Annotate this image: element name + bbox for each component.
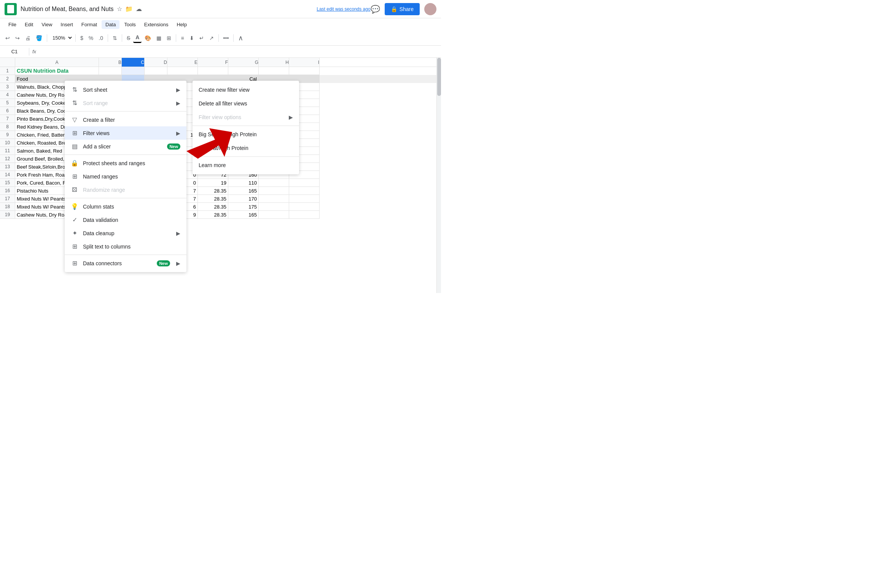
scrollbar-thumb[interactable] [437,58,441,96]
row-num-2[interactable]: 2 [0,75,15,83]
row-num-5[interactable]: 5 [0,99,15,107]
learn-more-option[interactable]: Learn more [193,158,299,172]
col-header-b[interactable]: B [99,58,122,67]
col-header-h[interactable]: H [259,58,289,67]
row-num-19[interactable]: 19 [0,211,15,219]
col-header-g[interactable]: G [228,58,259,67]
redo-button[interactable]: ↪ [13,33,22,43]
data-connectors-option[interactable]: ⊞ Data connectors New ▶ [65,257,186,270]
col-header-f[interactable]: F [198,58,228,67]
menu-format[interactable]: Format [78,20,101,29]
row-num-12[interactable]: 12 [0,155,15,163]
collapse-button[interactable]: ∧ [236,32,245,44]
avatar[interactable] [424,3,436,15]
cell-b1[interactable] [99,67,122,75]
fill-color-button[interactable]: 🎨 [142,33,153,43]
sort-button[interactable]: ⇅ [110,33,119,43]
add-slicer-option[interactable]: ▤ Add a slicer New [65,140,186,153]
cell-h15[interactable] [259,179,289,187]
row-num-6[interactable]: 6 [0,107,15,115]
cell-f1[interactable] [198,67,228,75]
cell-g15[interactable]: 110 [228,179,259,187]
row-num-8[interactable]: 8 [0,123,15,131]
filter-views-option[interactable]: ⊞ Filter views ▶ [65,126,186,140]
menu-extensions[interactable]: Extensions [140,20,172,29]
row-num-9[interactable]: 9 [0,131,15,139]
big-serving-filter[interactable]: Big Serving/High Protein [193,127,299,141]
row-num-10[interactable]: 10 [0,139,15,147]
low-fat-filter[interactable]: Low Fat/High Protein [193,141,299,155]
star-icon[interactable]: ☆ [117,5,122,13]
named-ranges-option[interactable]: ⊞ Named ranges [65,170,186,183]
cell-h18[interactable] [259,203,289,211]
cell-h16[interactable] [259,187,289,195]
cell-g17[interactable]: 170 [228,195,259,203]
cell-g19[interactable]: 165 [228,211,259,219]
zoom-select[interactable]: 150% 100% 75% [49,34,73,42]
paint-format-button[interactable]: 🪣 [33,33,45,43]
right-scrollbar[interactable] [436,58,441,293]
menu-help[interactable]: Help [173,20,191,29]
more-button[interactable]: ••• [221,33,231,43]
cell-h17[interactable] [259,195,289,203]
col-header-e[interactable]: E [167,58,198,67]
cell-a1[interactable]: CSUN Nutrition Data [15,67,99,75]
row-num-15[interactable]: 15 [0,179,15,187]
formula-input[interactable] [39,49,438,54]
cell-i16[interactable] [289,187,320,195]
percent-button[interactable]: % [86,33,96,43]
row-num-16[interactable]: 16 [0,187,15,195]
borders-button[interactable]: ▦ [154,33,164,43]
cloud-icon[interactable]: ☁ [136,5,142,13]
col-header-a[interactable]: A [15,58,99,67]
delete-all-filter-views[interactable]: Delete all filter views [193,97,299,110]
protect-option[interactable]: 🔒 Protect sheets and ranges [65,156,186,170]
rotate-button[interactable]: ↗ [207,33,216,43]
cell-f16[interactable]: 28.35 [198,187,228,195]
cell-i15[interactable] [289,179,320,187]
cell-g1[interactable] [228,67,259,75]
folder-icon[interactable]: 📁 [125,5,133,13]
data-validation-option[interactable]: ✓ Data validation [65,213,186,226]
strikethrough-button[interactable]: S [124,33,132,43]
cell-g18[interactable]: 175 [228,203,259,211]
col-header-d[interactable]: D [145,58,167,67]
row-num-4[interactable]: 4 [0,91,15,99]
row-num-18[interactable]: 18 [0,203,15,211]
menu-file[interactable]: File [5,20,20,29]
cell-h1[interactable] [259,67,289,75]
cell-i18[interactable] [289,203,320,211]
cell-e1[interactable] [167,67,198,75]
menu-tools[interactable]: Tools [120,20,139,29]
row-num-7[interactable]: 7 [0,115,15,123]
align-button[interactable]: ≡ [178,33,186,43]
cell-i19[interactable] [289,211,320,219]
sort-sheet-option[interactable]: ⇅ Sort sheet ▶ [65,83,186,96]
cell-c1[interactable] [122,67,145,75]
cell-reference[interactable] [3,49,26,54]
menu-insert[interactable]: Insert [57,20,77,29]
cell-i17[interactable] [289,195,320,203]
menu-edit[interactable]: Edit [21,20,37,29]
cell-f19[interactable]: 28.35 [198,211,228,219]
row-num-14[interactable]: 14 [0,171,15,179]
undo-button[interactable]: ↩ [3,33,12,43]
row-num-13[interactable]: 13 [0,163,15,171]
cell-f18[interactable]: 28.35 [198,203,228,211]
data-cleanup-option[interactable]: ✦ Data cleanup ▶ [65,226,186,240]
col-header-i[interactable]: I [289,58,320,67]
currency-button[interactable]: $ [78,33,86,43]
merge-button[interactable]: ⊞ [164,33,174,43]
text-color-button[interactable]: A [133,33,142,43]
comment-icon[interactable]: 💬 [371,5,380,14]
valign-button[interactable]: ⬇ [187,33,196,43]
menu-view[interactable]: View [38,20,56,29]
last-edit-label[interactable]: Last edit was seconds ago [317,6,370,12]
row-num-17[interactable]: 17 [0,195,15,203]
column-stats-option[interactable]: 💡 Column stats [65,200,186,213]
decimal-button[interactable]: .0 [96,33,105,43]
cell-f17[interactable]: 28.35 [198,195,228,203]
print-button[interactable]: 🖨 [23,33,33,43]
cell-i1[interactable] [289,67,320,75]
create-filter-option[interactable]: ▽ Create a filter [65,113,186,126]
